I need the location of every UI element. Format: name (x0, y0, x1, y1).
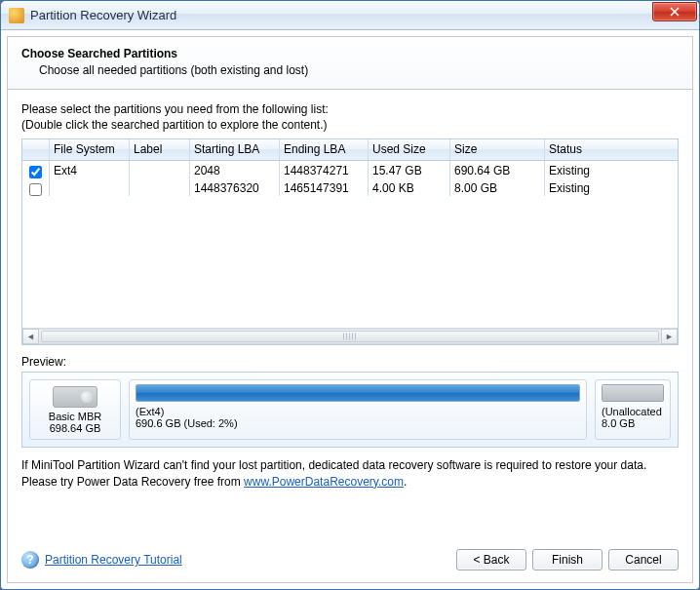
scroll-track[interactable] (39, 329, 661, 344)
partition-label: (Unallocated (602, 406, 664, 417)
wizard-window: Partition Recovery Wizard Choose Searche… (0, 0, 700, 590)
cell-slba: 1448376320 (190, 178, 280, 196)
partition-unallocated-block[interactable]: (Unallocated 8.0 GB (595, 379, 671, 440)
tutorial-link-wrap: Partition Recovery Tutorial (45, 553, 450, 567)
content-panel: Choose Searched Partitions Choose all ne… (7, 36, 693, 583)
disk-block[interactable]: Basic MBR 698.64 GB (29, 379, 121, 440)
window-title: Partition Recovery Wizard (30, 8, 652, 22)
cell-status: Existing (545, 161, 678, 178)
partition-detail: 690.6 GB (Used: 2%) (136, 417, 580, 429)
partition-main-block[interactable]: (Ext4) 690.6 GB (Used: 2%) (129, 379, 587, 440)
footer: ? Partition Recovery Tutorial < Back Fin… (8, 541, 692, 582)
close-button[interactable] (652, 2, 697, 21)
cell-used: 4.00 KB (369, 178, 450, 196)
finish-button[interactable]: Finish (532, 549, 603, 570)
power-data-recovery-link[interactable]: www.PowerDataRecovery.com (244, 475, 404, 489)
cell-size: 8.00 GB (450, 178, 545, 196)
page-subtitle: Choose all needed partitions (both exist… (21, 60, 679, 77)
disk-name: Basic MBR (49, 411, 101, 422)
horizontal-scrollbar[interactable]: ◄ ► (22, 328, 678, 344)
titlebar[interactable]: Partition Recovery Wizard (1, 1, 699, 30)
instructions: Please select the partitions you need fr… (21, 101, 679, 133)
col-filesystem[interactable]: File System (50, 139, 130, 160)
col-ending-lba[interactable]: Ending LBA (280, 139, 369, 160)
cell-slba: 2048 (190, 161, 280, 178)
col-status[interactable]: Status (545, 139, 678, 160)
scroll-right-button[interactable]: ► (661, 329, 678, 344)
preview-box: Basic MBR 698.64 GB (Ext4) 690.6 GB (Use… (21, 372, 679, 448)
tutorial-link[interactable]: Partition Recovery Tutorial (45, 553, 182, 567)
table-row[interactable]: 1448376320 1465147391 4.00 KB 8.00 GB Ex… (22, 178, 678, 196)
cell-size: 690.64 GB (450, 161, 545, 178)
disk-icon (53, 386, 97, 408)
cell-fs (50, 178, 130, 196)
col-label[interactable]: Label (130, 139, 190, 160)
close-icon (670, 7, 680, 17)
header-section: Choose Searched Partitions Choose all ne… (8, 37, 692, 90)
partition-table: File System Label Starting LBA Ending LB… (21, 138, 679, 345)
row-checkbox[interactable] (29, 166, 42, 178)
cancel-button[interactable]: Cancel (608, 549, 679, 570)
table-row[interactable]: Ext4 2048 1448374271 15.47 GB 690.64 GB … (22, 161, 678, 178)
col-used-size[interactable]: Used Size (369, 139, 450, 160)
preview-label: Preview: (21, 355, 679, 369)
partition-bar (136, 384, 580, 402)
cell-used: 15.47 GB (369, 161, 450, 178)
row-checkbox[interactable] (29, 183, 42, 196)
instruction-line-1: Please select the partitions you need fr… (21, 101, 679, 117)
partition-label: (Ext4) (136, 406, 580, 417)
table-body: Ext4 2048 1448374271 15.47 GB 690.64 GB … (22, 161, 678, 328)
partition-detail: 8.0 GB (602, 417, 664, 429)
cell-label (130, 178, 190, 196)
scroll-thumb[interactable] (41, 331, 659, 342)
cell-fs: Ext4 (50, 161, 130, 178)
recovery-note: If MiniTool Partition Wizard can't find … (21, 457, 679, 489)
col-checkbox[interactable] (22, 139, 50, 160)
cell-elba: 1465147391 (280, 178, 369, 196)
app-icon (9, 8, 24, 23)
scroll-left-button[interactable]: ◄ (22, 329, 39, 344)
cell-status: Existing (545, 178, 678, 196)
cell-elba: 1448374271 (280, 161, 369, 178)
disk-size: 698.64 GB (50, 422, 101, 434)
table-header-row: File System Label Starting LBA Ending LB… (22, 139, 678, 161)
cell-label (130, 161, 190, 178)
body-section: Please select the partitions you need fr… (8, 90, 692, 541)
instruction-line-2: (Double click the searched partition to … (21, 117, 679, 133)
partition-bar (602, 384, 664, 402)
col-starting-lba[interactable]: Starting LBA (190, 139, 280, 160)
back-button[interactable]: < Back (456, 549, 526, 570)
note-text-after: . (404, 475, 407, 489)
page-title: Choose Searched Partitions (21, 47, 679, 60)
col-size[interactable]: Size (450, 139, 545, 160)
help-icon[interactable]: ? (21, 551, 39, 569)
